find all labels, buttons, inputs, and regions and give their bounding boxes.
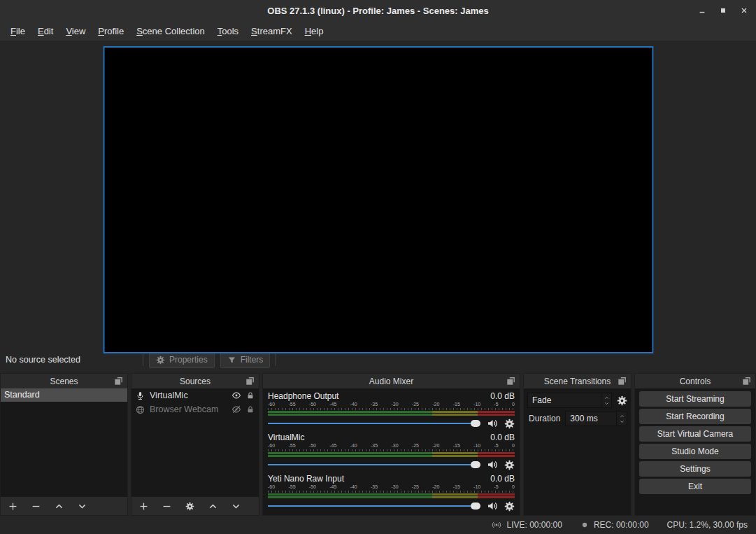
- transition-select[interactable]: Fade: [527, 393, 612, 408]
- slider-handle[interactable]: [471, 420, 480, 427]
- slider-fill: [268, 505, 471, 507]
- remove-scene-button[interactable]: [31, 501, 41, 511]
- speaker-icon: [487, 459, 498, 470]
- move-scene-up-button[interactable]: [54, 501, 64, 511]
- sources-popout-button[interactable]: [245, 376, 255, 386]
- mixer-settings-button[interactable]: [504, 419, 515, 429]
- meter-tick-marks: [268, 408, 515, 410]
- meter-tick: -35: [371, 402, 378, 407]
- menu-item-scene-collection[interactable]: Scene Collection: [130, 23, 211, 39]
- meter-tick: 0: [512, 443, 515, 449]
- exit-button[interactable]: Exit: [639, 479, 751, 494]
- gear-icon: [504, 460, 515, 470]
- source-visibility-button[interactable]: [231, 405, 241, 414]
- menu-item-streamfx[interactable]: StreamFX: [245, 23, 299, 39]
- move-scene-down-button[interactable]: [77, 501, 87, 511]
- broadcast-icon: [492, 520, 501, 530]
- meter-tick: -5: [494, 443, 498, 449]
- close-button[interactable]: [739, 6, 749, 15]
- mixer-popout-button[interactable]: [506, 376, 516, 386]
- meter-tick: -25: [412, 443, 419, 449]
- menu-item-file[interactable]: File: [4, 23, 31, 39]
- meter-scale: -60 -55 -50 -45 -40 -35 -30 -25 -20 -15 …: [268, 484, 515, 490]
- properties-button[interactable]: Properties: [149, 351, 215, 368]
- toolbar-separator: [276, 353, 276, 366]
- preview-area: [0, 41, 756, 350]
- mute-button[interactable]: [487, 459, 498, 470]
- mixer-channel-name: VirtualMic: [268, 433, 304, 443]
- maximize-icon: [719, 6, 727, 15]
- source-item[interactable]: Browser Webcam: [131, 402, 259, 416]
- source-lock-button[interactable]: [246, 391, 255, 400]
- meter-tick: -40: [350, 402, 357, 407]
- start-streaming-button[interactable]: Start Streaming: [639, 391, 751, 407]
- popout-icon: [618, 376, 627, 386]
- maximize-button[interactable]: [718, 6, 728, 15]
- obs-window: OBS 27.1.3 (linux) - Profile: James - Sc…: [0, 0, 756, 534]
- controls-panel-header: Controls: [635, 374, 755, 388]
- chevron-down-icon: [604, 401, 609, 406]
- chevron-up-icon: [208, 502, 217, 511]
- preview-canvas[interactable]: [103, 46, 653, 353]
- mixer-settings-button[interactable]: [504, 501, 515, 512]
- meter-tick: -10: [473, 402, 480, 407]
- meter-tick: -20: [432, 484, 439, 490]
- transitions-popout-button[interactable]: [618, 376, 627, 386]
- move-source-up-button[interactable]: [208, 501, 217, 511]
- gear-icon: [617, 395, 627, 406]
- move-source-down-button[interactable]: [231, 501, 241, 511]
- sources-panel: Sources VirtualMic Browser Webcam: [131, 373, 259, 516]
- add-source-button[interactable]: [138, 501, 148, 511]
- slider-handle[interactable]: [471, 503, 480, 510]
- meter-tick: -30: [391, 484, 398, 490]
- filters-button[interactable]: Filters: [220, 351, 271, 368]
- mixer-channel-level: 0.0 dB: [490, 433, 515, 443]
- source-item[interactable]: VirtualMic: [131, 388, 259, 402]
- menu-item-tools[interactable]: Tools: [211, 23, 245, 39]
- window-controls: [697, 0, 749, 21]
- source-properties-button[interactable]: [185, 501, 194, 511]
- scenes-popout-button[interactable]: [114, 376, 124, 386]
- mute-button[interactable]: [487, 500, 498, 512]
- scenes-panel: Scenes Standard: [0, 373, 128, 516]
- controls-popout-button[interactable]: [742, 376, 752, 386]
- menu-item-view[interactable]: View: [59, 23, 92, 39]
- scenes-panel-title: Scenes: [50, 377, 78, 386]
- chevron-down-icon: [78, 502, 87, 511]
- mixer-channel-header: VirtualMic 0.0 dB: [268, 433, 515, 443]
- menu-item-edit[interactable]: Edit: [31, 23, 59, 39]
- add-scene-button[interactable]: [8, 501, 17, 511]
- volume-slider[interactable]: [268, 458, 480, 471]
- transition-selected-value: Fade: [528, 395, 601, 405]
- scene-item[interactable]: Standard: [1, 388, 127, 402]
- toolbar-separator: [143, 353, 143, 366]
- menu-item-profile[interactable]: Profile: [92, 23, 130, 39]
- mute-button[interactable]: [487, 418, 498, 429]
- remove-source-button[interactable]: [162, 501, 171, 511]
- studio-mode-button[interactable]: Studio Mode: [639, 444, 751, 459]
- transition-select-arrows[interactable]: [601, 393, 611, 407]
- volume-slider[interactable]: [268, 417, 480, 430]
- source-visibility-button[interactable]: [231, 391, 241, 400]
- settings-button[interactable]: Settings: [639, 461, 751, 477]
- volume-slider[interactable]: [268, 500, 480, 512]
- meter-tick: -60: [268, 484, 275, 490]
- meter-tick: -15: [453, 443, 460, 449]
- source-lock-button[interactable]: [246, 405, 255, 414]
- start-recording-button[interactable]: Start Recording: [639, 409, 751, 424]
- transition-duration-row: Duration 300 ms: [527, 411, 627, 426]
- duration-label: Duration: [527, 414, 560, 423]
- menu-item-help[interactable]: Help: [299, 23, 330, 39]
- chevron-up-icon: [620, 414, 625, 419]
- rec-time: REC: 00:00:00: [594, 520, 649, 530]
- gear-icon: [504, 501, 515, 512]
- duration-spin-arrows[interactable]: [616, 412, 627, 426]
- transition-properties-button[interactable]: [617, 395, 627, 406]
- mixer-settings-button[interactable]: [504, 460, 515, 470]
- minimize-button[interactable]: [697, 6, 707, 15]
- start-virtual-camera-button[interactable]: Start Virtual Camera: [639, 426, 751, 442]
- mixer-channel-header: Yeti Nano Raw Input 0.0 dB: [268, 474, 515, 484]
- controls-panel: Controls Start Streaming Start Recording…: [634, 373, 756, 516]
- duration-input[interactable]: 300 ms: [565, 411, 627, 426]
- slider-handle[interactable]: [471, 461, 480, 468]
